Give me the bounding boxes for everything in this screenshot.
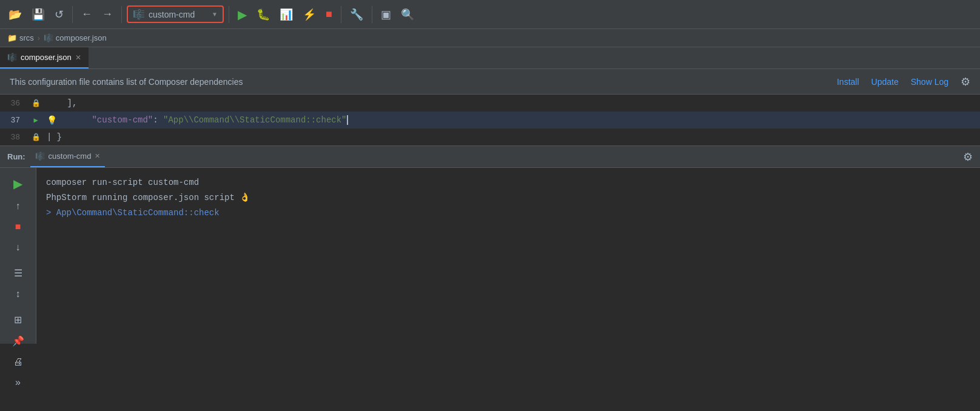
install-link[interactable]: Install	[837, 77, 859, 87]
run-scroll-down-button[interactable]: ↓	[12, 238, 24, 256]
line-number-37: 37	[0, 116, 27, 125]
run-line-1: composer run-script custom-cmd	[46, 175, 970, 190]
line-gutter-36: 🔒	[27, 99, 44, 108]
run-more-button[interactable]: »	[12, 373, 24, 392]
tab-close-button[interactable]: ✕	[75, 53, 81, 62]
run-layers-button[interactable]: ⊞	[10, 310, 25, 329]
breadcrumb-item-file[interactable]: 🎼 composer.json	[44, 33, 107, 42]
run-tab-close-button[interactable]: ✕	[95, 152, 100, 160]
open-folder-button[interactable]: 📂	[5, 5, 25, 24]
back-button[interactable]: ←	[78, 5, 96, 23]
update-link[interactable]: Update	[871, 77, 899, 87]
coverage-button[interactable]: 📊	[276, 5, 297, 24]
editor-tabs: 🎼 composer.json ✕	[0, 47, 980, 69]
run-config-icon: 🎼	[133, 8, 145, 20]
tab-icon: 🎼	[7, 53, 17, 62]
lock-icon-38: 🔒	[32, 133, 41, 142]
settings-button[interactable]: 🔧	[346, 5, 367, 24]
dropdown-arrow-icon: ▼	[212, 11, 218, 18]
forward-button[interactable]: →	[98, 5, 116, 23]
run-gutter-icon[interactable]: ▶	[33, 116, 38, 125]
info-text: This configuration file contains list of…	[10, 77, 243, 87]
stop-button[interactable]: ■	[322, 5, 336, 23]
code-colon: :	[153, 115, 163, 125]
run-content: composer run-script custom-cmd PhpStorm …	[36, 168, 980, 344]
run-filter-button[interactable]: ☰	[10, 264, 26, 282]
run-config-dropdown[interactable]: 🎼 custom-cmd ▼	[127, 5, 224, 23]
cursor	[347, 115, 348, 125]
bulb-gutter-37: 💡	[44, 115, 59, 125]
line-number-38: 38	[0, 133, 27, 142]
toolbar-separator-1	[72, 6, 73, 23]
breadcrumb: 📁 srcs › 🎼 composer.json	[0, 29, 980, 47]
debug-button[interactable]: 🐛	[253, 5, 274, 24]
breadcrumb-item-srcs[interactable]: 📁 srcs	[7, 33, 34, 42]
run-tab-custom-cmd[interactable]: 🎼 custom-cmd ✕	[30, 146, 106, 167]
info-actions: Install Update Show Log ⚙	[837, 75, 970, 89]
run-tab-name: custom-cmd	[49, 152, 92, 161]
lock-icon-36: 🔒	[32, 99, 41, 108]
info-bar: This configuration file contains list of…	[0, 69, 980, 95]
line-gutter-37: ▶	[27, 116, 44, 125]
run-header: Run: 🎼 custom-cmd ✕ ⚙	[0, 146, 980, 168]
info-gear-icon[interactable]: ⚙	[961, 75, 970, 89]
breadcrumb-separator: ›	[38, 34, 40, 42]
folder-icon: 📁	[7, 33, 17, 42]
run-gear-icon[interactable]: ⚙	[963, 150, 973, 164]
run-body: ▶ ↑ ■ ↓ ☰ ↕ ⊞ 📌 🖨 » composer run-script …	[0, 168, 980, 344]
breadcrumb-srcs-label: srcs	[19, 33, 34, 42]
run-tab-icon: 🎼	[35, 152, 45, 161]
code-key-custom-cmd: "custom-cmd"	[92, 115, 153, 125]
run-line-2: PhpStorm running composer.json script 👌	[46, 190, 970, 206]
run-stop-button[interactable]: ■	[12, 218, 25, 236]
toolbar-separator-2	[121, 6, 122, 23]
cursor-38: |	[47, 132, 52, 142]
code-line-37: 37 ▶ 💡 "custom-cmd": "App\\Command\\Stat…	[0, 112, 980, 129]
run-play-button[interactable]: ▶	[10, 173, 26, 195]
profile-button[interactable]: ⚡	[299, 5, 320, 24]
line-gutter-38: 🔒	[27, 133, 44, 142]
run-scroll-up-button[interactable]: ↑	[12, 197, 24, 215]
line-number-36: 36	[0, 99, 27, 108]
show-log-link[interactable]: Show Log	[911, 77, 948, 87]
save-button[interactable]: 💾	[28, 5, 49, 24]
file-icon: 🎼	[44, 33, 53, 42]
bulb-icon[interactable]: 💡	[47, 115, 57, 125]
run-config-name: custom-cmd	[149, 10, 208, 19]
terminal-button[interactable]: ▣	[377, 5, 395, 24]
run-line-3: > App\Command\StaticCommand::check	[46, 206, 970, 221]
main-toolbar: 📂 💾 ↺ ← → 🎼 custom-cmd ▼ ▶ 🐛 📊 ⚡ ■ 🔧 ▣ 🔍	[0, 0, 980, 29]
toolbar-separator-4	[341, 6, 341, 23]
run-sort-button[interactable]: ↕	[12, 285, 24, 303]
tab-label: composer.json	[21, 53, 72, 62]
breadcrumb-file-label: composer.json	[56, 33, 107, 42]
toolbar-separator-3	[229, 6, 229, 23]
run-button[interactable]: ▶	[234, 5, 250, 24]
editor-area: 36 🔒 ], 37 ▶ 💡 "custom-cmd": "App\\Comma…	[0, 95, 980, 145]
toolbar-separator-5	[372, 6, 372, 23]
line-content-37[interactable]: "custom-cmd": "App\\Command\\StaticComma…	[59, 105, 980, 135]
editor-tab-composer[interactable]: 🎼 composer.json ✕	[0, 47, 89, 68]
code-value-string: "App\\Command\\StaticCommand::check"	[163, 115, 346, 125]
line-content-38[interactable]: }	[54, 132, 980, 142]
run-sidebar: ▶ ↑ ■ ↓ ☰ ↕ ⊞ 📌 🖨 »	[0, 168, 36, 344]
run-print-button[interactable]: 🖨	[10, 353, 27, 371]
run-panel: Run: 🎼 custom-cmd ✕ ⚙ ▶ ↑ ■ ↓ ☰ ↕ ⊞ 📌 🖨 …	[0, 145, 980, 344]
refresh-button[interactable]: ↺	[51, 5, 67, 24]
search-button[interactable]: 🔍	[397, 5, 418, 24]
run-label: Run:	[7, 152, 25, 161]
run-pin-button[interactable]: 📌	[8, 332, 28, 350]
